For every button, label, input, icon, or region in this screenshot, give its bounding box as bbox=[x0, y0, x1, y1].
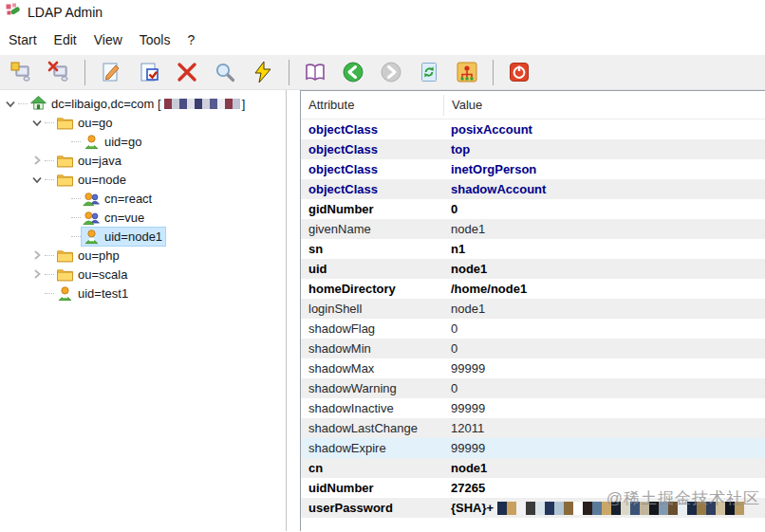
tree-item[interactable]: ou=scala bbox=[0, 265, 286, 284]
panel-splitter[interactable] bbox=[287, 90, 300, 531]
table-row[interactable]: cn node1 bbox=[301, 458, 765, 478]
folder-icon bbox=[55, 152, 74, 170]
table-row[interactable]: objectClass shadowAccount bbox=[301, 179, 765, 199]
folder-icon bbox=[55, 171, 74, 189]
attribute-value: top bbox=[443, 142, 765, 156]
disconnect-button[interactable] bbox=[41, 57, 77, 87]
attribute-name: shadowWarning bbox=[301, 381, 443, 395]
table-row[interactable]: uidNumber 27265 bbox=[301, 478, 765, 498]
back-button[interactable] bbox=[335, 57, 371, 87]
attribute-name: shadowMax bbox=[301, 361, 443, 376]
table-row[interactable]: gidNumber 0 bbox=[301, 199, 765, 219]
tree-expander[interactable] bbox=[28, 115, 45, 130]
delete-button[interactable] bbox=[169, 57, 205, 87]
attribute-value: 99999 bbox=[443, 361, 765, 376]
book-button[interactable] bbox=[297, 57, 333, 87]
exit-button[interactable] bbox=[501, 57, 537, 87]
table-row[interactable]: objectClass posixAccount bbox=[301, 119, 765, 139]
table-row[interactable]: shadowFlag 0 bbox=[301, 319, 765, 339]
tree-item-label: ou=go bbox=[74, 116, 113, 130]
tree-item-label: cn=vue bbox=[101, 211, 144, 225]
table-row[interactable]: sn n1 bbox=[301, 239, 765, 259]
tree-expander[interactable] bbox=[28, 153, 45, 168]
table-row[interactable]: userPassword {SHA}+ bbox=[301, 498, 765, 518]
attribute-name: cn bbox=[301, 461, 443, 475]
tree-item[interactable]: cn=react bbox=[0, 189, 286, 208]
table-row[interactable]: objectClass top bbox=[301, 139, 765, 159]
tree-expander[interactable] bbox=[55, 134, 71, 149]
org-tree-icon bbox=[456, 61, 478, 83]
tree-item-label: ou=scala bbox=[74, 267, 127, 282]
refresh-button[interactable] bbox=[411, 57, 447, 87]
tree-item-root[interactable]: dc=libaigo,dc=com [ ] bbox=[0, 94, 286, 113]
attribute-value: 99999 bbox=[443, 401, 765, 415]
tree-item[interactable]: uid=node1 bbox=[0, 227, 286, 246]
attribute-name: objectClass bbox=[301, 122, 443, 137]
toolbar-separator bbox=[493, 60, 494, 85]
table-row[interactable]: shadowMin 0 bbox=[301, 339, 765, 358]
attribute-name: shadowFlag bbox=[301, 321, 443, 336]
menu-item[interactable]: ? bbox=[178, 28, 203, 52]
table-row[interactable]: uid node1 bbox=[301, 259, 765, 279]
menu-item[interactable]: Tools bbox=[131, 28, 179, 52]
table-row[interactable]: givenName node1 bbox=[301, 219, 765, 239]
attribute-value: 0 bbox=[443, 381, 765, 395]
properties-button[interactable] bbox=[131, 57, 167, 87]
table-row[interactable]: homeDirectory /home/node1 bbox=[301, 279, 765, 299]
quick-connect-button[interactable] bbox=[245, 57, 281, 87]
attribute-name: userPassword bbox=[301, 501, 443, 515]
folder-icon bbox=[55, 114, 74, 132]
tree-expander[interactable] bbox=[28, 285, 45, 301]
tree-item[interactable]: ou=java bbox=[0, 151, 286, 170]
checkbox-document-icon bbox=[138, 61, 160, 83]
toolbar-separator bbox=[289, 60, 289, 85]
menu-item[interactable]: Edit bbox=[46, 28, 85, 52]
menu-bar: StartEditViewTools? bbox=[0, 25, 765, 55]
tree-expander[interactable] bbox=[55, 210, 71, 225]
attribute-name: loginShell bbox=[301, 302, 443, 316]
menu-item[interactable]: Start bbox=[0, 28, 46, 52]
tree-item[interactable]: uid=go bbox=[0, 132, 286, 151]
tree-item[interactable]: ou=go bbox=[0, 113, 286, 132]
tree-expander[interactable] bbox=[55, 191, 71, 206]
attribute-name: objectClass bbox=[301, 142, 443, 156]
tree-item-label: uid=node1 bbox=[101, 229, 162, 244]
table-row[interactable]: shadowInactive 99999 bbox=[301, 398, 765, 418]
tree-item[interactable]: uid=test1 bbox=[0, 284, 286, 303]
window-title: LDAP Admin bbox=[28, 5, 103, 20]
refresh-document-icon bbox=[418, 61, 440, 83]
user-icon bbox=[55, 284, 74, 303]
attribute-value: 27265 bbox=[443, 481, 765, 495]
attribute-table: Attribute Value objectClass posixAccount… bbox=[300, 90, 765, 531]
tree-expander[interactable] bbox=[2, 96, 18, 111]
column-header-value[interactable]: Value bbox=[443, 95, 765, 116]
attribute-value: {SHA}+ bbox=[443, 501, 765, 515]
tree-item[interactable]: ou=node bbox=[0, 170, 286, 189]
edit-entry-button[interactable] bbox=[93, 57, 129, 87]
attribute-value: 0 bbox=[443, 341, 765, 356]
connect-button[interactable] bbox=[3, 57, 39, 87]
tree-expander[interactable] bbox=[28, 172, 45, 187]
attribute-value: n1 bbox=[443, 242, 765, 256]
tree-item[interactable]: ou=php bbox=[0, 246, 286, 265]
tree-expander[interactable] bbox=[55, 229, 71, 244]
table-row[interactable]: loginShell node1 bbox=[301, 299, 765, 319]
group-icon bbox=[82, 209, 101, 227]
forward-button[interactable] bbox=[373, 57, 409, 87]
tree-item[interactable]: cn=vue bbox=[0, 208, 286, 227]
attribute-value: posixAccount bbox=[443, 122, 765, 137]
table-row[interactable]: shadowWarning 0 bbox=[301, 378, 765, 398]
table-row[interactable]: shadowExpire 99999 bbox=[301, 438, 765, 458]
tree-item-label: uid=test1 bbox=[74, 286, 128, 301]
attribute-name: shadowInactive bbox=[301, 401, 443, 415]
table-row[interactable]: shadowMax 99999 bbox=[301, 358, 765, 378]
tree-expander[interactable] bbox=[28, 266, 45, 282]
column-header-attribute[interactable]: Attribute bbox=[301, 98, 443, 112]
table-row[interactable]: shadowLastChange 12011 bbox=[301, 418, 765, 438]
tree-expander[interactable] bbox=[28, 248, 45, 263]
tree-view-button[interactable] bbox=[449, 57, 485, 87]
search-button[interactable] bbox=[207, 57, 243, 87]
menu-item[interactable]: View bbox=[85, 28, 131, 52]
table-row[interactable]: objectClass inetOrgPerson bbox=[301, 159, 765, 179]
pencil-document-icon bbox=[100, 61, 122, 83]
